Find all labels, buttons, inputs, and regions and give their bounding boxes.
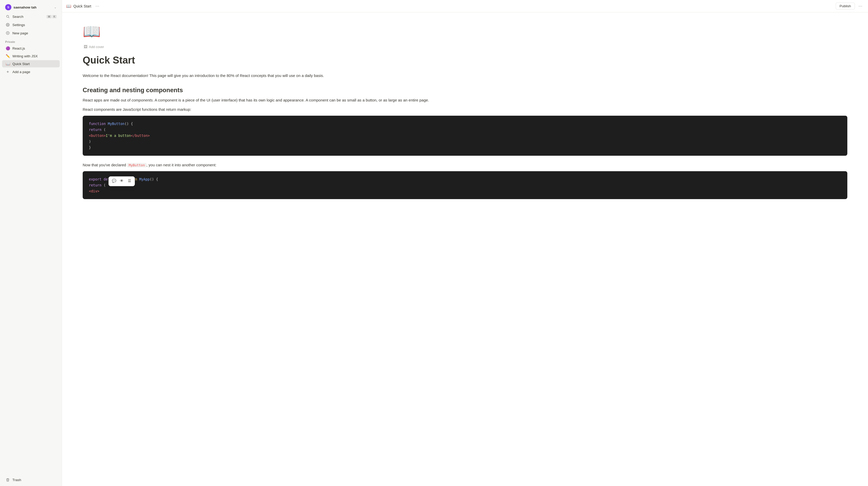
- page-icon-area: 📖: [83, 23, 847, 40]
- image-icon: 🖼: [84, 45, 87, 49]
- add-cover-row[interactable]: 🖼 Add cover: [83, 44, 847, 49]
- add-cover-label: Add cover: [89, 45, 104, 49]
- code2-line-3: <div>: [89, 188, 841, 194]
- reactjs-label: React.js: [12, 46, 25, 51]
- add-page-label: Add a page: [12, 70, 57, 74]
- sidebar-item-new-page[interactable]: New page: [2, 29, 60, 37]
- sidebar-item-settings[interactable]: Settings: [2, 21, 60, 29]
- topbar-ellipsis-button[interactable]: ···: [857, 2, 864, 10]
- svg-line-1: [8, 17, 9, 18]
- list-toolbar-button[interactable]: ☰: [126, 178, 133, 185]
- section1-heading: Creating and nesting components: [83, 86, 847, 94]
- code-block-2: export default function MyApp() { return…: [83, 171, 847, 199]
- writing-jsx-emoji: ✏️: [5, 54, 10, 59]
- quick-start-emoji: 📖: [5, 61, 10, 66]
- search-label: Search: [12, 15, 46, 19]
- code-line-2: return (: [89, 127, 841, 133]
- topbar-actions: Publish ···: [836, 2, 864, 10]
- reactjs-emoji: 🟣: [5, 46, 10, 51]
- content-area: 📖 🖼 Add cover Quick Start Welcome to the…: [62, 12, 868, 486]
- user-name: saenahow tah: [13, 5, 54, 9]
- section1-para1: React apps are made out of components. A…: [83, 97, 847, 103]
- publish-button[interactable]: Publish: [836, 3, 855, 9]
- code-block-1: function MyButton() { return ( <button>I…: [83, 116, 847, 156]
- topbar-title: Quick Start: [73, 4, 91, 8]
- page-intro: Welcome to the React documentation! This…: [83, 72, 847, 79]
- code-line-1: function MyButton() {: [89, 121, 841, 127]
- view-toolbar-button[interactable]: 👁: [118, 178, 125, 185]
- sidebar-item-writing-jsx[interactable]: ✏️ Writing with JSX: [2, 53, 60, 60]
- writing-jsx-label: Writing with JSX: [12, 54, 38, 58]
- search-shortcut: ⌘ K: [46, 15, 57, 18]
- chevron-down-icon: ⌄: [54, 5, 57, 9]
- topbar-more-button[interactable]: ···: [93, 2, 101, 10]
- svg-point-2: [7, 24, 8, 25]
- new-page-label: New page: [12, 31, 57, 35]
- quick-start-label: Quick Start: [12, 62, 30, 66]
- topbar: 📖 Quick Start ··· Publish ···: [62, 0, 868, 12]
- svg-point-0: [6, 15, 8, 17]
- new-page-icon: [5, 30, 10, 36]
- settings-label: Settings: [12, 23, 57, 27]
- private-section-label: Private: [0, 37, 62, 44]
- components-italic: components: [131, 98, 153, 102]
- sidebar-item-trash[interactable]: Trash: [2, 476, 60, 484]
- trash-icon: [5, 477, 10, 482]
- page-emoji-large: 📖: [83, 23, 101, 39]
- user-header[interactable]: S saenahow tah ⌄: [2, 3, 60, 12]
- search-icon: [5, 14, 10, 19]
- avatar: S: [5, 4, 11, 10]
- sidebar-item-search[interactable]: Search ⌘ K: [2, 13, 60, 21]
- settings-icon: [5, 22, 10, 27]
- trash-label: Trash: [12, 478, 57, 482]
- sidebar-item-quick-start[interactable]: 📖 Quick Start: [2, 60, 60, 67]
- add-page-icon: [5, 69, 10, 74]
- section1-para2: React components are JavaScript function…: [83, 106, 847, 112]
- sidebar: S saenahow tah ⌄ Search ⌘ K Settings: [0, 0, 62, 486]
- section1-para3: Now that you've declared MyButton, you c…: [83, 162, 847, 168]
- code-block-2-wrapper: export default function MyApp() { return…: [83, 171, 847, 199]
- code2-line-2: return (: [89, 182, 841, 188]
- main-area: 📖 Quick Start ··· Publish ··· 📖 🖼 Add co…: [62, 0, 868, 486]
- floating-toolbar: 💬 👁 ☰: [108, 176, 135, 186]
- code-line-3: <button>I'm a button</button>: [89, 133, 841, 139]
- mybutton-inline-code: MyButton: [127, 163, 147, 167]
- page-title[interactable]: Quick Start: [83, 55, 847, 66]
- sidebar-item-add-page[interactable]: Add a page: [2, 68, 60, 76]
- comment-toolbar-button[interactable]: 💬: [110, 178, 118, 185]
- sidebar-bottom: Trash: [0, 476, 62, 486]
- code-line-5: }: [89, 144, 841, 151]
- topbar-left: 📖 Quick Start ···: [66, 2, 836, 10]
- sidebar-item-reactjs[interactable]: 🟣 React.js: [2, 45, 60, 52]
- topbar-page-icon: 📖: [66, 4, 71, 8]
- code-line-4: ): [89, 139, 841, 144]
- code2-line-1: export default function MyApp() {: [89, 176, 841, 182]
